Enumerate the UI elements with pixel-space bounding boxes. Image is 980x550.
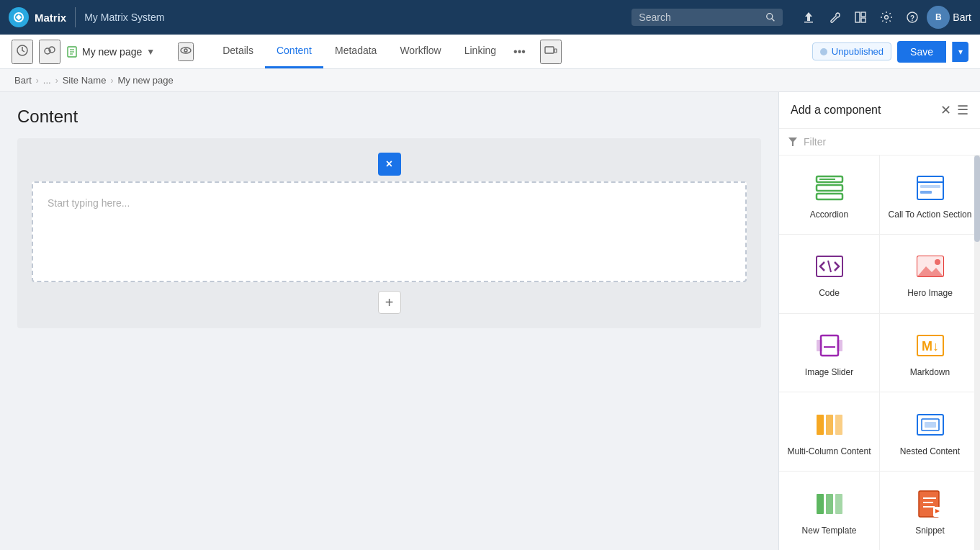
tab-workflow[interactable]: Workflow xyxy=(388,35,452,68)
history-btn[interactable] xyxy=(12,40,33,64)
page-title-area: My new page ▼ xyxy=(66,46,155,58)
breadcrumb-site[interactable]: Site Name xyxy=(63,75,107,86)
scrollbar-track xyxy=(974,155,980,550)
close-btn-row: × xyxy=(32,153,747,176)
top-navigation: Matrix My Matrix System ? B Bart xyxy=(0,0,980,35)
image-slider-label: Image Slider xyxy=(805,367,853,379)
panel-title: Add a component xyxy=(791,104,881,117)
component-hero-image[interactable]: Hero Image xyxy=(880,235,980,313)
add-component-btn[interactable]: + xyxy=(378,291,401,314)
cta-label: Call To Action Section xyxy=(889,209,972,221)
user-avatar-btn[interactable]: B xyxy=(927,6,950,29)
component-code[interactable]: Code xyxy=(779,235,879,313)
svg-rect-43 xyxy=(817,415,824,435)
component-snippet[interactable]: Snippet xyxy=(880,472,980,550)
component-markdown[interactable]: M↓ Markdown xyxy=(880,314,980,392)
breadcrumb-sep-2: › xyxy=(55,76,58,86)
multi-column-label: Multi-Column Content xyxy=(787,446,871,458)
svg-line-32 xyxy=(828,261,831,272)
cta-icon xyxy=(914,172,946,204)
svg-rect-38 xyxy=(817,340,822,351)
nav-divider xyxy=(75,7,76,27)
svg-rect-45 xyxy=(835,415,842,435)
help-icon-btn[interactable]: ? xyxy=(901,6,924,29)
main-layout: Content × Start typing here... + Add a c… xyxy=(0,92,980,550)
panel-menu-btn[interactable]: ☰ xyxy=(957,102,968,118)
user-name: Bart xyxy=(953,12,971,23)
search-input[interactable] xyxy=(639,12,760,23)
svg-text:M↓: M↓ xyxy=(922,339,939,353)
svg-rect-5 xyxy=(855,12,860,22)
svg-rect-26 xyxy=(817,194,842,199)
system-name: My Matrix System xyxy=(84,12,164,23)
breadcrumb-dots[interactable]: ... xyxy=(43,75,51,86)
svg-point-8 xyxy=(885,16,889,19)
breadcrumb-bart[interactable]: Bart xyxy=(14,75,32,86)
tab-content[interactable]: Content xyxy=(265,35,323,68)
eye-btn[interactable] xyxy=(178,42,194,61)
tab-linking[interactable]: Linking xyxy=(453,35,508,68)
preview-btn[interactable] xyxy=(39,40,60,64)
nested-content-icon xyxy=(914,409,946,441)
app-name: Matrix xyxy=(35,12,66,24)
logo-icon xyxy=(9,7,29,27)
component-nested-content[interactable]: Nested Content xyxy=(880,392,980,471)
svg-point-36 xyxy=(935,259,940,265)
filter-input[interactable] xyxy=(804,136,971,148)
svg-rect-20 xyxy=(545,47,554,53)
new-template-label: New Template xyxy=(802,526,857,537)
wrench-icon-btn[interactable] xyxy=(823,6,846,29)
status-dot xyxy=(820,48,827,55)
text-editor[interactable]: Start typing here... xyxy=(32,181,747,282)
snippet-icon xyxy=(914,488,946,520)
svg-rect-49 xyxy=(817,494,824,514)
component-new-template[interactable]: New Template xyxy=(779,472,879,550)
accordion-label: Accordion xyxy=(810,209,848,221)
component-multi-column[interactable]: Multi-Column Content xyxy=(779,392,879,471)
user-initial: B xyxy=(935,12,942,22)
breadcrumb-sep-3: › xyxy=(110,76,113,86)
svg-rect-4 xyxy=(804,22,813,23)
markdown-icon: M↓ xyxy=(914,330,946,361)
tab-details[interactable]: Details xyxy=(211,35,265,68)
scrollbar-thumb[interactable] xyxy=(974,155,980,242)
breadcrumb-page: My new page xyxy=(117,75,173,86)
app-logo[interactable]: Matrix xyxy=(9,7,66,27)
component-panel: Add a component ✕ ☰ xyxy=(778,92,980,550)
markdown-label: Markdown xyxy=(910,367,950,379)
settings-icon-btn[interactable] xyxy=(875,6,898,29)
new-template-icon xyxy=(814,488,845,520)
hero-image-label: Hero Image xyxy=(907,288,953,299)
svg-rect-25 xyxy=(817,185,842,191)
breadcrumb: Bart › ... › Site Name › My new page xyxy=(0,69,980,92)
close-block-btn[interactable]: × xyxy=(378,153,401,176)
svg-point-1 xyxy=(767,14,773,19)
tab-more-btn[interactable]: ••• xyxy=(508,35,531,68)
layout-icon-btn[interactable] xyxy=(849,6,872,29)
snippet-label: Snippet xyxy=(915,526,945,537)
tab-metadata[interactable]: Metadata xyxy=(323,35,388,68)
page-name: My new page xyxy=(82,46,142,58)
component-image-slider[interactable]: Image Slider xyxy=(779,314,879,392)
unpublished-badge: Unpublished xyxy=(812,42,891,60)
save-button[interactable]: Save xyxy=(897,41,946,63)
search-icon xyxy=(765,12,776,23)
panel-close-btn[interactable]: ✕ xyxy=(940,102,951,118)
svg-rect-51 xyxy=(835,494,842,514)
search-bar[interactable] xyxy=(631,9,783,26)
content-area: Content × Start typing here... + xyxy=(0,92,778,550)
nav-icon-group: ? B Bart xyxy=(797,6,971,29)
panel-scroll-wrapper: Accordion Call To Action Section xyxy=(779,155,980,550)
upload-icon-btn[interactable] xyxy=(797,6,820,29)
svg-rect-30 xyxy=(920,191,932,194)
responsive-icon-btn[interactable] xyxy=(540,40,562,64)
svg-marker-22 xyxy=(788,138,797,146)
save-dropdown-btn[interactable]: ▾ xyxy=(952,42,968,62)
filter-icon xyxy=(788,137,798,147)
content-title: Content xyxy=(17,107,761,127)
content-editor-wrapper: × Start typing here... + xyxy=(17,138,761,328)
component-cta[interactable]: Call To Action Section xyxy=(880,155,980,234)
page-dropdown-arrow[interactable]: ▼ xyxy=(146,47,155,57)
component-accordion[interactable]: Accordion xyxy=(779,155,879,234)
svg-rect-29 xyxy=(920,185,940,188)
